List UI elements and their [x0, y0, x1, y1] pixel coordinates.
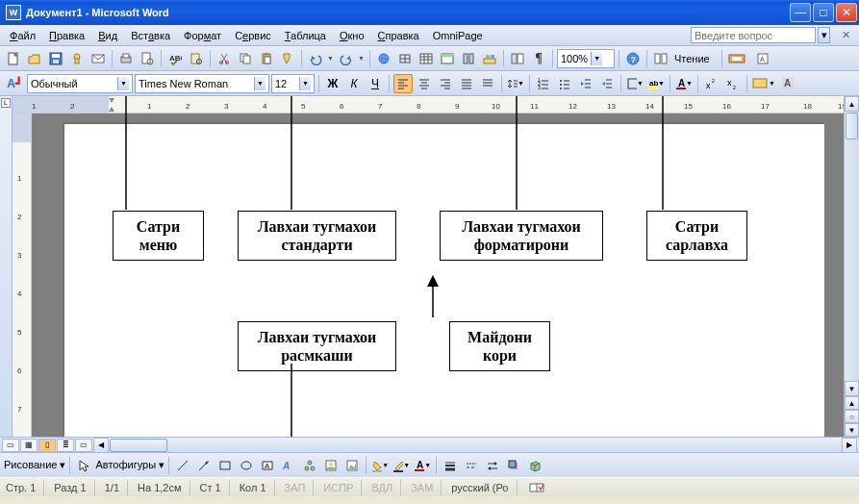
web-view-button[interactable]: ▦ — [20, 439, 38, 452]
wordart-icon[interactable]: A — [279, 456, 298, 475]
bold-icon[interactable]: Ж — [323, 74, 342, 93]
columns-icon[interactable] — [459, 49, 478, 68]
permissions-icon[interactable] — [67, 49, 87, 68]
rectangle-icon[interactable] — [215, 456, 235, 475]
hyperlink-icon[interactable] — [374, 49, 393, 68]
help-icon[interactable]: ? — [623, 49, 643, 68]
font-color-icon[interactable]: A▼ — [674, 74, 694, 93]
ocr-icon[interactable]: A — [753, 49, 772, 68]
close-button[interactable]: ✕ — [836, 3, 857, 22]
scroll-left-button[interactable]: ◀ — [93, 438, 109, 453]
spelling-status-icon[interactable] — [527, 481, 546, 494]
clipart-icon[interactable] — [321, 456, 341, 475]
shading-icon[interactable]: ▼ — [751, 74, 776, 93]
help-search-input[interactable] — [691, 27, 816, 43]
status-ext[interactable]: ВДЛ — [371, 480, 401, 495]
reading-view-button[interactable]: ▭ — [75, 439, 92, 452]
maximize-button[interactable]: □ — [813, 3, 834, 22]
copy-icon[interactable] — [236, 49, 255, 68]
insert-worksheet-icon[interactable] — [438, 49, 457, 68]
line-icon[interactable] — [173, 456, 192, 475]
help-dropdown-button[interactable]: ▾ — [818, 27, 830, 43]
research-icon[interactable] — [187, 49, 206, 68]
font-combo[interactable]: Times New Roman▼ — [135, 74, 269, 93]
font-color-draw-icon[interactable]: A▼ — [413, 456, 432, 475]
print-view-button[interactable]: ▯ — [38, 439, 56, 452]
decrease-indent-icon[interactable] — [576, 74, 595, 93]
format-painter-icon[interactable] — [278, 49, 297, 68]
undo-dropdown[interactable]: ▼ — [327, 55, 335, 62]
menu-window[interactable]: Окно — [334, 28, 370, 43]
print-preview-icon[interactable] — [138, 49, 157, 68]
style-combo[interactable]: Обычный▼ — [27, 74, 133, 93]
autoshapes-menu[interactable]: Автофигуры ▾ — [95, 459, 164, 471]
menu-omnipage[interactable]: OmniPage — [427, 28, 489, 43]
menu-table[interactable]: Таблица — [279, 28, 332, 43]
status-ovr[interactable]: ЗАМ — [411, 480, 442, 495]
menu-help[interactable]: Справка — [372, 28, 425, 43]
char-shading-icon[interactable]: A — [778, 74, 797, 93]
new-doc-icon[interactable] — [4, 49, 23, 68]
browse-next-button[interactable]: ▼ — [845, 423, 859, 437]
redo-dropdown[interactable]: ▼ — [358, 55, 366, 62]
document-page[interactable]: Сатрименю Лавхаи тугмахоистандарти Лавха… — [63, 123, 824, 437]
line-color-icon[interactable]: ▼ — [392, 456, 411, 475]
reading-layout-icon[interactable] — [651, 49, 670, 68]
paste-icon[interactable] — [257, 49, 276, 68]
align-center-icon[interactable] — [415, 74, 434, 93]
align-left-icon[interactable] — [393, 74, 413, 93]
highlight-icon[interactable]: ab▼ — [646, 74, 666, 93]
scroll-down-button[interactable]: ▼ — [845, 381, 859, 396]
drawing-menu[interactable]: Рисование ▾ — [4, 459, 65, 471]
browse-prev-button[interactable]: ▲ — [845, 396, 859, 410]
line-spacing-icon[interactable]: ▼ — [506, 74, 525, 93]
status-rec[interactable]: ЗАП — [285, 480, 315, 495]
arrow-icon[interactable] — [194, 456, 214, 475]
menu-tools[interactable]: Сервис — [229, 28, 277, 43]
close-doc-icon[interactable]: ✕ — [842, 29, 855, 42]
scroll-right-button[interactable]: ▶ — [842, 438, 857, 453]
bullets-icon[interactable] — [555, 74, 574, 93]
underline-icon[interactable]: Ч — [366, 74, 385, 93]
align-justify-icon[interactable] — [457, 74, 476, 93]
subscript-icon[interactable]: x2 — [723, 74, 743, 93]
textbox-icon[interactable]: A — [258, 456, 277, 475]
menu-file[interactable]: Файл — [4, 28, 41, 43]
print-icon[interactable] — [116, 49, 136, 68]
spell-check-icon[interactable]: ABC — [165, 49, 185, 68]
outline-view-button[interactable]: ≣ — [57, 439, 74, 452]
numbering-icon[interactable]: 123 — [534, 74, 553, 93]
undo-icon[interactable] — [306, 49, 325, 68]
hscroll-thumb[interactable] — [110, 439, 167, 452]
distributed-icon[interactable] — [478, 74, 497, 93]
dash-style-icon[interactable] — [462, 456, 481, 475]
cut-icon[interactable] — [215, 49, 234, 68]
drawing-toggle-icon[interactable] — [480, 49, 499, 68]
zoom-combo[interactable]: 100%▼ — [557, 49, 615, 68]
oval-icon[interactable] — [237, 456, 256, 475]
menu-insert[interactable]: Вставка — [125, 28, 176, 43]
3d-icon[interactable] — [525, 456, 544, 475]
redo-icon[interactable] — [337, 49, 356, 68]
select-objects-icon[interactable] — [74, 456, 93, 475]
line-style-icon[interactable] — [441, 456, 460, 475]
status-trk[interactable]: ИСПР — [323, 480, 362, 495]
arrow-style-icon[interactable] — [483, 456, 502, 475]
superscript-icon[interactable]: x2 — [702, 74, 721, 93]
fill-color-icon[interactable]: ▼ — [370, 456, 390, 475]
vertical-scrollbar[interactable]: ▲ ▼ ▲ ○ ▼ — [844, 96, 859, 437]
scroll-thumb[interactable] — [846, 113, 858, 139]
menu-edit[interactable]: Правка — [43, 28, 90, 43]
horizontal-ruler[interactable]: 12 1234 5678 9101112 13141516 171819 — [13, 96, 844, 113]
increase-indent-icon[interactable] — [597, 74, 617, 93]
tab-selector[interactable]: L — [1, 98, 11, 108]
scan-icon[interactable] — [726, 49, 751, 68]
open-icon[interactable] — [25, 49, 44, 68]
diagram-icon[interactable] — [300, 456, 319, 475]
italic-icon[interactable]: К — [344, 74, 364, 93]
status-language[interactable]: русский (Ро — [451, 480, 517, 495]
email-icon[interactable] — [88, 49, 108, 68]
reading-label[interactable]: Чтение — [674, 53, 710, 64]
tables-borders-icon[interactable] — [395, 49, 415, 68]
vertical-ruler[interactable]: 11234567 — [13, 113, 32, 437]
